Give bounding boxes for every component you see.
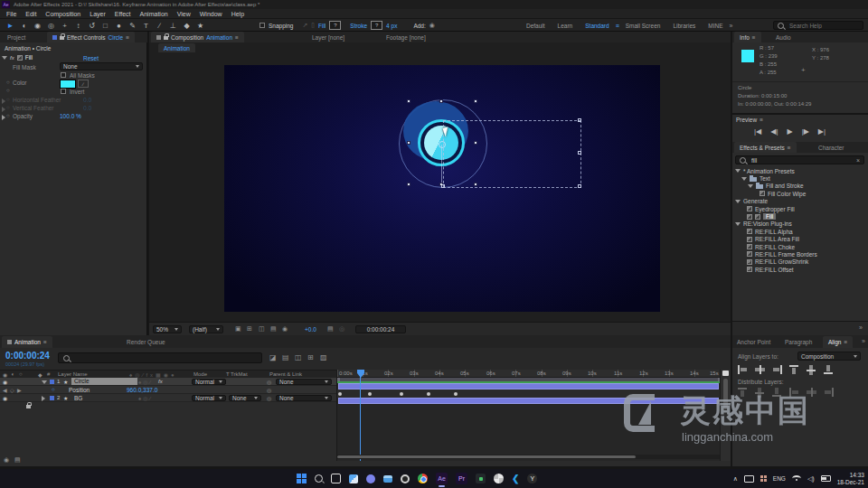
snapping-checkbox[interactable] — [259, 23, 265, 28]
tree-effect[interactable]: RE:FILL GrowShrink — [732, 258, 868, 266]
panel-menu-icon[interactable]: ≡ — [752, 34, 756, 41]
hand-tool-icon[interactable]: ◖ — [17, 22, 31, 30]
project-tab[interactable]: Project — [7, 34, 25, 41]
audio-tab[interactable]: Audio — [776, 34, 791, 41]
character-tab[interactable]: Character — [818, 145, 844, 151]
layer-name-column[interactable]: Layer Name — [58, 371, 88, 377]
preview-panel-title[interactable]: Preview — [736, 117, 757, 123]
layer-color-chip[interactable] — [50, 380, 54, 384]
anchor-point-tab[interactable]: Anchor Point — [737, 339, 770, 345]
time-ruler[interactable]: 0:00s 01s 02s 03s 04s 05s 06s 07s 08s 09… — [337, 370, 721, 378]
eyedropper-icon[interactable]: ∕ — [78, 80, 89, 88]
parent-dropdown[interactable]: None — [276, 395, 332, 401]
menu-edit[interactable]: Edit — [21, 11, 41, 17]
search-help-input[interactable] — [788, 22, 863, 30]
stroke-width-value[interactable]: 4 px — [386, 23, 397, 29]
magnification-dropdown[interactable]: 50% — [153, 325, 182, 333]
after-effects-taskbar-icon[interactable]: Ae — [436, 473, 448, 484]
menu-effect[interactable]: Effect — [110, 11, 136, 17]
workspace-standard[interactable]: Standard — [579, 23, 615, 29]
wifi-icon[interactable] — [792, 475, 801, 482]
eye-icon[interactable]: ◉ — [3, 395, 7, 401]
battery-icon[interactable] — [821, 475, 831, 482]
align-right-button[interactable] — [772, 365, 782, 374]
fx-switch-icon[interactable]: fx — [158, 379, 163, 384]
effects-search-box[interactable]: × — [735, 155, 864, 164]
workspace-default[interactable]: Default — [520, 23, 552, 29]
volume-icon[interactable]: ◁) — [807, 475, 815, 483]
resolution-dropdown[interactable]: (Half) — [189, 325, 223, 333]
eye-icon[interactable]: ◉ — [3, 379, 7, 385]
clock-time[interactable]: 14:33 — [837, 472, 864, 479]
mask-vertex-handle[interactable] — [441, 184, 445, 188]
lock-icon[interactable] — [26, 405, 31, 408]
eraser-tool-icon[interactable]: ◆ — [180, 22, 193, 30]
menu-composition[interactable]: Composition — [41, 11, 85, 17]
snap-guides-icon[interactable]: ▯ — [311, 22, 315, 29]
tray-language[interactable]: ENG — [773, 475, 786, 482]
pickwhip-icon[interactable]: ◎ — [267, 395, 271, 401]
trkmat-column[interactable]: T TrkMat — [226, 371, 248, 377]
invert-stopwatch-icon[interactable]: ○ — [6, 88, 10, 93]
layer-row-circle[interactable]: ◉ 1 ★ Circle ♠◎∕ fx Normal ◎ None — [0, 378, 336, 386]
tree-preset[interactable]: Fill Color Wipe — [732, 190, 868, 197]
invert-checkbox[interactable] — [61, 89, 66, 94]
stroke-label[interactable]: Stroke — [350, 23, 367, 29]
panel-menu-icon[interactable]: ≡ — [844, 339, 847, 345]
effects-search-input[interactable] — [750, 156, 853, 164]
motion-blur-icon[interactable]: ▨ — [320, 353, 327, 361]
selection-handle[interactable] — [474, 99, 477, 103]
pan-behind-tool-icon[interactable]: □ — [99, 22, 112, 30]
paragraph-tab[interactable]: Paragraph — [785, 339, 812, 345]
tree-effect[interactable]: RE:FILL Choke — [732, 243, 868, 250]
zoom-tool-icon[interactable]: ◉ — [31, 22, 44, 30]
play-button[interactable]: ▶ — [787, 127, 792, 136]
align-left-button[interactable] — [738, 365, 748, 374]
puppet-pin-tool-icon[interactable]: ★ — [193, 22, 207, 30]
tray-chevron-icon[interactable]: ∧ — [733, 475, 738, 483]
app-icon-round[interactable] — [494, 474, 504, 483]
stroke-swatch[interactable]: ? — [371, 21, 382, 30]
mask-vertex-handle[interactable] — [578, 151, 581, 155]
last-frame-button[interactable]: ▶| — [818, 127, 826, 136]
app-icon-dark[interactable] — [476, 474, 486, 483]
panel-menu-icon[interactable]: ≡ — [43, 339, 47, 345]
teams-chat-icon[interactable] — [366, 474, 375, 483]
panel-menu-icon[interactable]: ≡ — [126, 34, 129, 41]
search-help-box[interactable] — [773, 21, 863, 30]
chrome-icon[interactable] — [418, 474, 428, 483]
layer-switches[interactable]: ♠◎∕ — [138, 395, 152, 401]
property-row-position[interactable]: ◀ ◇ ▶ ○ Position 960.0,337.0 ◎ — [0, 386, 336, 394]
timeline-search-input[interactable] — [73, 351, 249, 366]
orbit-camera-tool-icon[interactable]: ◎ — [44, 22, 58, 30]
tree-folder[interactable]: Text — [732, 174, 868, 182]
align-center-vertical-button[interactable] — [807, 365, 816, 374]
roi-icon[interactable]: ▣ — [235, 325, 241, 333]
clock-date[interactable]: 18-Dec-21 — [837, 479, 864, 486]
selection-handle[interactable] — [407, 99, 410, 103]
menu-view[interactable]: View — [173, 11, 195, 17]
transparency-grid-icon[interactable]: ⊞ — [247, 325, 252, 333]
selection-handle[interactable] — [407, 183, 410, 186]
menu-layer[interactable]: Layer — [85, 11, 110, 17]
expand-inout-columns-icon[interactable]: ▤ — [14, 456, 21, 464]
layer-switches[interactable]: ♠◎∕ — [138, 379, 152, 385]
all-masks-checkbox[interactable] — [61, 72, 66, 78]
rotation-tool-icon[interactable]: ↺ — [85, 22, 99, 30]
draft-3d-icon[interactable]: ▤ — [282, 353, 289, 361]
mode-column[interactable]: Mode — [193, 371, 207, 377]
clone-stamp-tool-icon[interactable]: ⊥ — [166, 22, 180, 30]
workspace-learn[interactable]: Learn — [552, 23, 580, 29]
workspace-libraries[interactable]: Libraries — [666, 23, 702, 29]
panel-overflow-icon[interactable]: » — [862, 338, 865, 344]
tree-group[interactable]: RE:Vision Plug-ins — [732, 221, 868, 228]
menu-animation[interactable]: Animation — [136, 11, 173, 17]
selection-tool-icon[interactable]: ► — [4, 22, 17, 30]
show-snapshot-icon[interactable]: ◎ — [339, 325, 344, 333]
parent-dropdown[interactable]: None — [276, 379, 332, 385]
opacity-expand-icon[interactable] — [2, 115, 5, 120]
tree-folder[interactable]: Fill and Stroke — [732, 183, 868, 190]
trkmat-dropdown[interactable]: None — [229, 395, 261, 401]
keyframe[interactable] — [427, 392, 430, 396]
dolly-camera-tool-icon[interactable]: ↕ — [71, 22, 85, 30]
